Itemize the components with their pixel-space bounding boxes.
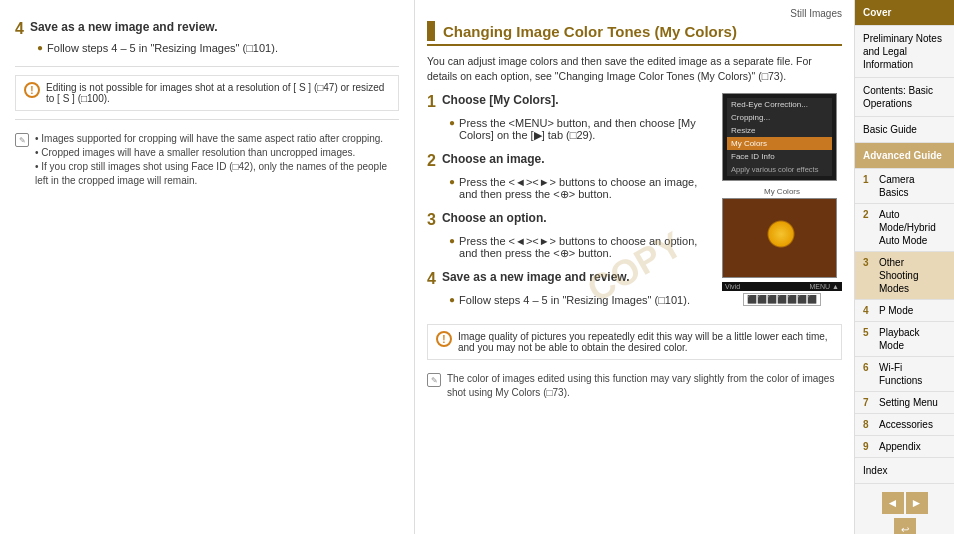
- sidebar-auto-mode-label: Auto Mode/Hybrid Auto Mode: [879, 208, 946, 247]
- menu-item-applycolors: Apply various color effects: [727, 163, 832, 176]
- sidebar-other-shooting-label: Other Shooting Modes: [879, 256, 946, 295]
- step2-bullet: Press the <◄><►> buttons to choose an im…: [459, 176, 712, 201]
- sidebar-appendix-label: Appendix: [879, 440, 921, 453]
- bullet-icon: ●: [37, 42, 43, 53]
- image-column: Red-Eye Correction... Cropping... Resize…: [722, 93, 842, 316]
- right-warning-icon: !: [436, 331, 452, 347]
- step4r-bullet: Follow steps 4 – 5 in "Resizing Images" …: [459, 294, 690, 306]
- step2-title: Choose an image.: [442, 152, 545, 166]
- sidebar-wifi-label: Wi-Fi Functions: [879, 361, 946, 387]
- sidebar-item-appendix[interactable]: 9 Appendix: [855, 436, 954, 458]
- menu-item-faceid: Face ID Info: [727, 150, 832, 163]
- sidebar-item-cover[interactable]: Cover: [855, 0, 954, 26]
- note-icon: ✎: [15, 133, 29, 147]
- step3-title: Choose an option.: [442, 211, 547, 225]
- step1-bullet: Press the <MENU> button, and then choose…: [459, 117, 712, 142]
- step-number-4r: 4: [427, 270, 436, 288]
- next-button[interactable]: ►: [906, 492, 928, 514]
- sidebar-item-p-mode[interactable]: 4 P Mode: [855, 300, 954, 322]
- step4-bullet: Follow steps 4 – 5 in "Resizing Images" …: [47, 42, 278, 54]
- nav-buttons: ◄ ►: [882, 492, 928, 514]
- sidebar-setting-menu-label: Setting Menu: [879, 396, 938, 409]
- sidebar-num-5: 5: [863, 326, 875, 339]
- note-text-3: • If you crop still images shot using Fa…: [35, 160, 399, 188]
- sidebar-num-7: 7: [863, 396, 875, 409]
- warning-icon: !: [24, 82, 40, 98]
- camera-controls: MENU ▲: [810, 283, 839, 290]
- sidebar-cover-label: Cover: [863, 7, 891, 18]
- sidebar-item-playback[interactable]: 5 Playback Mode: [855, 322, 954, 357]
- right-warning-box: ! Image quality of pictures you repeated…: [427, 324, 842, 360]
- sidebar-item-auto-mode[interactable]: 2 Auto Mode/Hybrid Auto Mode: [855, 204, 954, 252]
- prev-button[interactable]: ◄: [882, 492, 904, 514]
- left-panel: 4 Save as a new image and review. ● Foll…: [0, 0, 415, 534]
- still-images-tag: Still Images: [427, 8, 842, 19]
- notes-box: ✎ • Images supported for cropping will h…: [15, 128, 399, 192]
- bullet-icon: ●: [449, 176, 455, 187]
- my-colors-label: My Colors: [722, 187, 842, 196]
- sidebar-num-3: 3: [863, 256, 875, 269]
- step4r-title: Save as a new image and review.: [442, 270, 630, 284]
- step-number-1: 1: [427, 93, 436, 111]
- menu-item-mycolors: My Colors: [727, 137, 832, 150]
- sidebar: Cover Preliminary Notes and Legal Inform…: [854, 0, 954, 534]
- step1-title: Choose [My Colors].: [442, 93, 559, 107]
- right-panel: COPY Still Images Changing Image Color T…: [415, 0, 854, 534]
- menu-item-redeye: Red-Eye Correction...: [727, 98, 832, 111]
- sidebar-num-2: 2: [863, 208, 875, 221]
- sidebar-item-other-shooting[interactable]: 3 Other Shooting Modes: [855, 252, 954, 300]
- step-number-2: 2: [427, 152, 436, 170]
- sidebar-item-camera-basics[interactable]: 1 Camera Basics: [855, 169, 954, 204]
- section-intro: You can adjust image colors and then sav…: [427, 54, 842, 83]
- sidebar-p-mode-label: P Mode: [879, 304, 913, 317]
- camera-bottom-bar: Vivid MENU ▲: [722, 282, 842, 291]
- sidebar-contents-label: Contents: Basic Operations: [863, 85, 933, 109]
- sidebar-index-label: Index: [863, 465, 887, 476]
- sidebar-item-accessories[interactable]: 8 Accessories: [855, 414, 954, 436]
- menu-item-crop: Cropping...: [727, 111, 832, 124]
- sidebar-item-prelim[interactable]: Preliminary Notes and Legal Information: [855, 26, 954, 78]
- note-text-1: • Images supported for cropping will hav…: [35, 132, 399, 146]
- steps-column: 1 Choose [My Colors]. ● Press the <MENU>…: [427, 93, 712, 316]
- step-number-4: 4: [15, 20, 24, 38]
- sidebar-num-6: 6: [863, 361, 875, 374]
- title-bar-decoration: [427, 21, 435, 41]
- sidebar-item-advanced-guide[interactable]: Advanced Guide: [855, 143, 954, 169]
- menu-item-resize: Resize: [727, 124, 832, 137]
- sidebar-item-index[interactable]: Index: [855, 458, 954, 484]
- sidebar-item-wifi[interactable]: 6 Wi-Fi Functions: [855, 357, 954, 392]
- right-note-text: The color of images edited using this fu…: [447, 372, 842, 400]
- sidebar-num-8: 8: [863, 418, 875, 431]
- sidebar-accessories-label: Accessories: [879, 418, 933, 431]
- camera-photo: [722, 198, 837, 278]
- sidebar-camera-basics-label: Camera Basics: [879, 173, 946, 199]
- note-text-2: • Cropped images will have a smaller res…: [35, 146, 399, 160]
- right-warning-text: Image quality of pictures you repeatedly…: [458, 331, 833, 353]
- sidebar-item-basic-guide[interactable]: Basic Guide: [855, 117, 954, 143]
- vivid-label: Vivid: [725, 283, 740, 290]
- sidebar-playback-label: Playback Mode: [879, 326, 946, 352]
- sidebar-basic-label: Basic Guide: [863, 124, 917, 135]
- sidebar-footer: ◄ ► ↩ 102: [855, 484, 954, 534]
- sidebar-num-4: 4: [863, 304, 875, 317]
- camera-menu-screenshot: Red-Eye Correction... Cropping... Resize…: [722, 93, 837, 181]
- step3-bullet: Press the <◄><►> buttons to choose an op…: [459, 235, 712, 260]
- home-button[interactable]: ↩: [894, 518, 916, 534]
- bullet-icon: ●: [449, 294, 455, 305]
- sidebar-num-9: 9: [863, 440, 875, 453]
- sidebar-prelim-label: Preliminary Notes and Legal Information: [863, 33, 942, 70]
- sidebar-item-contents[interactable]: Contents: Basic Operations: [855, 78, 954, 117]
- step4-title: Save as a new image and review.: [30, 20, 218, 34]
- sidebar-num-1: 1: [863, 173, 875, 186]
- section-title: Changing Image Color Tones (My Colors): [427, 21, 842, 46]
- bullet-icon: ●: [449, 117, 455, 128]
- bullet-icon: ●: [449, 235, 455, 246]
- step-number-3: 3: [427, 211, 436, 229]
- warning-box: ! Editing is not possible for images sho…: [15, 75, 399, 111]
- right-note-box: ✎ The color of images edited using this …: [427, 368, 842, 404]
- warning-text: Editing is not possible for images shot …: [46, 82, 390, 104]
- sidebar-advanced-label: Advanced Guide: [863, 150, 942, 161]
- color-swatches: ⬛⬛⬛⬛⬛⬛⬛: [743, 293, 821, 306]
- sidebar-item-setting-menu[interactable]: 7 Setting Menu: [855, 392, 954, 414]
- right-note-icon: ✎: [427, 373, 441, 387]
